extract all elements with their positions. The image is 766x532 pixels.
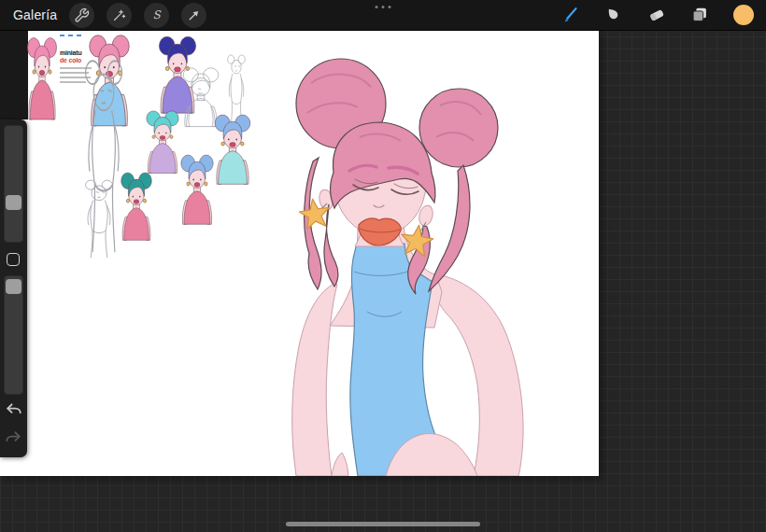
brush-icon [560,5,581,25]
canvas-thumbnail-blue-pink [177,153,217,226]
transform-button[interactable] [181,3,206,28]
gallery-button[interactable]: Galería [13,7,57,22]
opacity-slider[interactable] [4,275,23,395]
selection-button[interactable]: S [144,3,169,28]
canvas-thumbnail-pink-rose [24,35,60,121]
main-artwork [276,48,528,476]
redo-button[interactable] [3,427,24,449]
brush-size-slider[interactable] [4,125,23,243]
wrench-icon [74,7,90,23]
undo-button[interactable] [3,399,24,421]
adjustments-button[interactable] [106,3,132,28]
paint-button[interactable] [560,5,581,25]
side-toolbar [0,119,27,457]
layers-button[interactable] [689,5,710,25]
smudge-finger-icon [603,5,624,25]
smudge-button[interactable] [603,5,624,25]
undo-icon [3,410,24,424]
arm-left [292,283,337,476]
layers-icon [689,5,710,25]
leg-left [332,453,348,476]
canvas-thumbnail-teal-pink [118,171,155,242]
canvas-thumbnail-sketch-bust-2 [80,178,118,259]
color-button[interactable] [732,4,755,26]
erase-button[interactable] [646,5,667,25]
hair-bun-right [419,89,498,167]
modify-button[interactable] [7,253,20,266]
color-swatch-circle [732,4,755,26]
home-indicator[interactable] [286,522,480,526]
hair-strand-left-2 [324,204,338,287]
canvas-thumbnail-blue-cyan [211,113,254,186]
redo-icon [3,438,24,452]
multitask-dots[interactable] [376,6,391,8]
actions-button[interactable] [69,3,94,28]
drawing-canvas[interactable]: miniatu de colo [0,31,599,476]
brush-size-handle[interactable] [6,195,21,210]
canvas-thumbnail-teal-lavender [143,109,182,175]
magic-wand-icon [111,7,127,23]
selection-s-icon: S [149,7,164,23]
top-toolbar: Galería S [0,0,766,31]
transform-arrow-icon [186,7,202,23]
eraser-icon [646,5,667,25]
opacity-handle[interactable] [6,279,21,294]
svg-text:S: S [153,8,163,21]
